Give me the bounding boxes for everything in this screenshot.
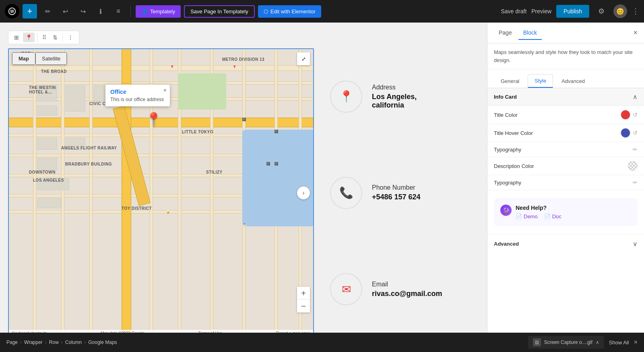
title-color-swatch[interactable] xyxy=(621,110,630,120)
help-content: Need Help? 📄 Demo 📄 Doc xyxy=(516,205,631,219)
advanced-label: Advanced xyxy=(494,241,519,247)
breadcrumb-wrapper[interactable]: Wrapper xyxy=(24,340,43,345)
show-all-button[interactable]: Show All xyxy=(609,340,629,346)
panel-close-button[interactable]: × xyxy=(633,29,638,37)
map-zoom-out-button[interactable]: − xyxy=(297,300,310,313)
block-move-button[interactable]: ⠿ xyxy=(40,33,49,42)
settings-button[interactable]: ⚙ xyxy=(594,4,609,19)
elementor-label: Edit with Elementor xyxy=(270,8,316,14)
panel-description: Maps seamlessly and style how they look … xyxy=(487,43,644,69)
phone-value: +5486 157 624 xyxy=(372,193,421,201)
style-tab-style[interactable]: Style xyxy=(528,74,553,88)
block-layout-button[interactable]: ⊞ xyxy=(12,33,21,42)
demo-icon: 📄 xyxy=(516,213,522,219)
redo-button[interactable]: ↪ xyxy=(76,4,90,19)
right-panel: Page Block × Maps seamlessly and style h… xyxy=(487,23,644,352)
description-color-row: Description Color xyxy=(487,157,644,175)
screen-capture-item: 🖼 Screen Capture o....gif ∧ xyxy=(528,336,604,349)
typography-edit-icon-2[interactable]: ✏ xyxy=(633,179,638,186)
map-zoom-in-button[interactable]: + xyxy=(297,287,310,300)
doc-link[interactable]: 📄 Doc xyxy=(544,213,561,219)
publish-button[interactable]: Publish xyxy=(556,5,589,18)
save-draft-button[interactable]: Save draft xyxy=(501,8,526,14)
title-color-row: Title Color ↺ xyxy=(487,106,644,124)
edit-icon-button[interactable]: ✏ xyxy=(40,4,55,19)
help-title: Need Help? xyxy=(516,205,631,211)
info-button[interactable]: ℹ xyxy=(93,4,108,19)
style-tab-general[interactable]: General xyxy=(494,74,526,88)
help-section: 🔮 Need Help? 📄 Demo 📄 Doc xyxy=(494,198,638,226)
map-tabs: Map Satellite xyxy=(12,52,67,65)
description-color-control xyxy=(628,161,638,171)
templately-button[interactable]: 👤 Templately xyxy=(136,5,181,18)
panel-style-tabs: General Style Advanced xyxy=(487,69,644,88)
breadcrumb: Page › Wrapper › Row › Column › Google M… xyxy=(6,340,117,345)
email-icon: ✉ xyxy=(342,283,351,296)
phone-icon: 📞 xyxy=(339,186,353,199)
save-templately-button[interactable]: Save Page In Templately xyxy=(184,5,255,18)
block-more-button[interactable]: ⋮ xyxy=(65,33,76,42)
toolbar-separator xyxy=(130,6,131,17)
user-avatar-button[interactable]: 😊 xyxy=(613,4,627,18)
add-block-button[interactable]: + xyxy=(23,4,37,19)
help-links: 📄 Demo 📄 Doc xyxy=(516,213,631,219)
edit-elementor-button[interactable]: ⬡ Edit with Elementor xyxy=(258,5,321,18)
title-color-reset-icon[interactable]: ↺ xyxy=(633,112,638,118)
style-tab-advanced[interactable]: Advanced xyxy=(555,74,592,88)
panel-content: Info Card ∧ Title Color ↺ Title Hover Co… xyxy=(487,88,644,352)
advanced-section[interactable]: Advanced ∨ xyxy=(487,234,644,253)
title-color-control: ↺ xyxy=(621,110,638,120)
map-tab-satellite[interactable]: Satellite xyxy=(35,52,67,65)
section-chevron-icon: ∧ xyxy=(633,93,638,101)
breadcrumb-sep-4: › xyxy=(84,340,86,345)
content-area: Metro Division 13 Civic C... The Broad D… xyxy=(8,48,479,338)
map-nav-button[interactable]: › xyxy=(297,186,310,199)
description-color-swatch[interactable] xyxy=(628,161,638,171)
help-wrapper: 🔮 Need Help? 📄 Demo 📄 Doc xyxy=(487,190,644,234)
bottom-bar: Page › Wrapper › Row › Column › Google M… xyxy=(0,333,644,352)
help-icon-inner: 🔮 xyxy=(503,207,510,213)
email-content: Email rivas.co@gmail.com xyxy=(372,281,442,298)
section-title: Info Card xyxy=(494,94,517,100)
typography-control-1: ✏ xyxy=(633,146,638,153)
panel-tab-page[interactable]: Page xyxy=(494,26,517,40)
map-popup: Office This is our office address × xyxy=(105,85,170,106)
map-tab-map[interactable]: Map xyxy=(12,52,35,65)
map-section: Metro Division 13 Civic C... The Broad D… xyxy=(8,48,314,338)
phone-card: 📞 Phone Number +5486 157 624 xyxy=(330,177,463,209)
address-card: 📍 Address Los Angeles,california xyxy=(330,81,463,113)
breadcrumb-sep-1: › xyxy=(20,340,22,345)
panel-tab-block[interactable]: Block xyxy=(518,26,542,40)
bottom-close-button[interactable]: × xyxy=(634,339,638,346)
info-card-section-header[interactable]: Info Card ∧ xyxy=(487,88,644,106)
map-popup-text: This is our office address xyxy=(110,97,165,102)
block-arrows-button[interactable]: ⇅ xyxy=(50,33,60,42)
phone-content: Phone Number +5486 157 624 xyxy=(372,184,421,201)
capture-chevron-icon: ∧ xyxy=(596,340,599,345)
breadcrumb-row[interactable]: Row xyxy=(49,340,59,345)
elementor-icon: ⬡ xyxy=(264,8,268,14)
block-map-button[interactable]: 📍 xyxy=(23,33,35,42)
map-popup-close[interactable]: × xyxy=(163,87,167,93)
map-expand-button[interactable]: ⤢ xyxy=(297,52,310,65)
address-label: Address xyxy=(372,84,417,91)
more-options-button[interactable]: ⋮ xyxy=(632,7,639,16)
description-color-label: Description Color xyxy=(494,163,534,169)
title-hover-color-swatch[interactable] xyxy=(621,128,630,138)
demo-link[interactable]: 📄 Demo xyxy=(516,213,538,219)
typography-control-2: ✏ xyxy=(633,179,638,186)
editor-area: ⊞ 📍 ⠿ ⇅ ⋮ xyxy=(0,23,487,352)
list-view-button[interactable]: ≡ xyxy=(111,4,126,19)
info-cards: 📍 Address Los Angeles,california 📞 Phone… xyxy=(314,48,479,338)
breadcrumb-page[interactable]: Page xyxy=(6,340,18,345)
svg-text:W: W xyxy=(10,9,14,14)
toolbar-right: Save draft Preview Publish ⚙ 😊 ⋮ xyxy=(501,4,639,19)
title-hover-color-reset-icon[interactable]: ↺ xyxy=(633,130,638,136)
preview-button[interactable]: Preview xyxy=(531,8,551,14)
breadcrumb-google-maps[interactable]: Google Maps xyxy=(88,340,117,345)
typography-label-1: Typography xyxy=(494,147,521,153)
typography-edit-icon-1[interactable]: ✏ xyxy=(633,146,638,153)
breadcrumb-column[interactable]: Column xyxy=(65,340,82,345)
map-popup-title: Office xyxy=(110,89,165,95)
undo-button[interactable]: ↩ xyxy=(58,4,72,19)
